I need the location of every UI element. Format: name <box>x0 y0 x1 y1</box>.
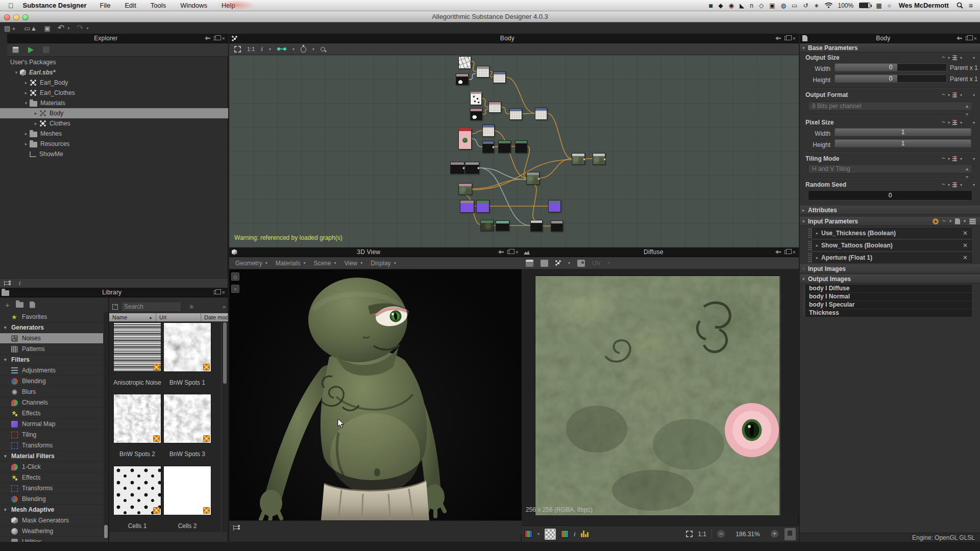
apple-menu-icon[interactable]:  <box>8 2 14 10</box>
time-machine-icon[interactable]: ↺ <box>803 3 808 9</box>
float-panel-icon[interactable] <box>507 250 512 254</box>
graph-node[interactable] <box>456 73 469 85</box>
graph-node[interactable] <box>509 108 522 120</box>
dropdown-caret[interactable]: ▾ <box>568 261 570 265</box>
graph-node[interactable] <box>530 220 543 232</box>
graph-node[interactable] <box>482 124 495 137</box>
table-view-icon[interactable] <box>969 218 976 224</box>
library-item-blurs[interactable]: Blurs <box>0 387 103 397</box>
graph-node[interactable] <box>515 140 527 153</box>
graph-node[interactable] <box>498 140 511 153</box>
graph-node[interactable] <box>460 200 474 213</box>
float-panel-icon[interactable] <box>785 250 789 254</box>
library-item-adjustments[interactable]: Adjustments <box>0 365 103 376</box>
thumbnail-scrollbar[interactable] <box>222 321 227 532</box>
library-item-channels[interactable]: Channels <box>0 397 103 408</box>
library-item-noises[interactable]: Noises <box>0 333 103 344</box>
save-package-icon[interactable] <box>12 46 19 53</box>
tree-view-icon[interactable] <box>4 281 11 286</box>
tree-item-earl-body[interactable]: ▸Earl_Body <box>0 78 228 88</box>
actual-size-button[interactable]: 1:1 <box>698 531 706 538</box>
search-nodes-icon[interactable] <box>321 47 325 52</box>
fit-view-icon[interactable] <box>234 46 241 53</box>
app-menu-title[interactable]: Substance Designer <box>23 2 87 9</box>
3d-menu-view[interactable]: View▾ <box>344 260 362 267</box>
pixel-size-param-icons[interactable]: ~▾▾▾ <box>942 119 975 126</box>
video-camera-icon[interactable]: ◙ <box>709 3 713 9</box>
actual-size-button[interactable]: 1:1 <box>247 46 255 52</box>
add-folder-icon[interactable] <box>16 302 23 308</box>
tree-item-earl-sbs[interactable]: ▾Earl.sbs* <box>0 67 228 78</box>
expander-icon[interactable]: ▸ <box>813 243 821 248</box>
properties-header[interactable]: Body × <box>800 34 980 43</box>
zoom-in-button[interactable]: + <box>771 530 778 538</box>
drag-handle[interactable] <box>808 253 812 263</box>
thumbnail-bnw-spots-3[interactable]: BnW Spots 3 <box>163 394 211 460</box>
column-date-modified[interactable]: Date modified <box>201 313 228 321</box>
3d-menu-scene[interactable]: Scene▾ <box>313 260 336 267</box>
add-parameter-icon[interactable]: + <box>933 218 939 224</box>
graph-node[interactable] <box>526 172 540 185</box>
drag-handle[interactable] <box>808 240 812 251</box>
graph-node[interactable] <box>470 92 482 105</box>
add-library-icon[interactable]: + <box>5 300 10 309</box>
histogram-icon[interactable] <box>581 531 589 537</box>
tree-item-clothes[interactable]: ▸Clothes <box>0 118 228 129</box>
expander-icon[interactable]: ▸ <box>32 111 39 116</box>
library-item-filters[interactable]: ▾Filters <box>0 355 103 365</box>
zoom-percentage[interactable]: 186.31% <box>730 531 766 538</box>
graph-node[interactable] <box>548 200 561 212</box>
zoom-out-button[interactable]: − <box>717 530 725 538</box>
graph-node[interactable] <box>470 108 482 120</box>
compute-timer-icon[interactable] <box>301 46 306 53</box>
library-list-scrollbar[interactable] <box>104 312 108 539</box>
dropbox-icon[interactable]: ◆ <box>718 3 723 9</box>
close-panel-icon[interactable]: × <box>974 36 977 41</box>
graph-node[interactable] <box>450 162 464 174</box>
output-image-body-i-diffuse[interactable]: body I Diffuse <box>805 285 972 292</box>
uv-toggle[interactable]: UV <box>592 260 601 267</box>
column-url[interactable]: Url <box>156 313 201 321</box>
library-item-1-click[interactable]: 1-Click <box>0 462 103 472</box>
random-seed-field[interactable]: 0 <box>808 190 972 201</box>
close-window-button[interactable] <box>4 14 10 20</box>
column-name[interactable]: Name▲ <box>109 313 156 321</box>
graph-canvas[interactable]: Warning: referenced by loaded graph(s) <box>229 55 799 247</box>
open-package-icon[interactable]: ▭▲ <box>24 25 37 32</box>
alpha-checker-button[interactable] <box>545 529 556 540</box>
thumbnail-cells-2[interactable]: Cells 2 <box>163 466 211 532</box>
info-icon[interactable]: i <box>261 45 263 53</box>
expander-icon[interactable]: ▸ <box>32 121 39 126</box>
minimize-window-button[interactable] <box>13 14 19 20</box>
output-image-body-i-specular[interactable]: body I Specular <box>805 301 972 309</box>
fast-user-switching-name[interactable]: Wes McDermott <box>899 2 949 9</box>
delete-parameter-icon[interactable]: ✕ <box>963 242 968 249</box>
pin-panel-icon[interactable] <box>775 36 781 40</box>
fit-view-icon[interactable] <box>686 531 693 537</box>
battery-percentage[interactable]: 100% <box>838 2 854 9</box>
notational-icon[interactable]: n <box>750 3 753 9</box>
section-input-parameters[interactable]: ▾Input Parameters + ~▾ ▾ <box>800 217 980 226</box>
pin-panel-icon[interactable] <box>205 36 210 40</box>
graph-node[interactable] <box>476 200 489 213</box>
float-panel-icon[interactable] <box>214 290 218 294</box>
output-format-param-icons[interactable]: ~▾▾▾ <box>942 91 975 98</box>
pixel-height-slider[interactable]: 1 <box>835 139 971 147</box>
pin-panel-icon[interactable] <box>957 36 962 40</box>
tree-item-showme[interactable]: ShowMe <box>0 149 228 159</box>
library-item-favorites[interactable]: ★Favorites <box>0 312 103 322</box>
tree-item-earl-clothes[interactable]: ▸Earl_Clothes <box>0 88 228 98</box>
dropdown-caret[interactable]: ▾ <box>292 47 295 52</box>
library-item-mesh-adaptive[interactable]: ▾Mesh Adaptive <box>0 505 103 515</box>
3d-viewport[interactable]: ◇ ○ <box>229 269 522 520</box>
library-header[interactable]: Library × <box>0 288 228 297</box>
close-panel-icon[interactable]: × <box>516 249 519 255</box>
pin-panel-icon[interactable] <box>498 250 504 254</box>
output-width-slider[interactable]: 0 <box>835 63 947 71</box>
info-icon[interactable]: i <box>19 280 20 287</box>
thumbnail-bnw-spots-2[interactable]: BnW Spots 2 <box>113 394 161 460</box>
expander-icon[interactable]: ▸ <box>22 141 30 146</box>
output-height-slider[interactable]: 0 <box>835 74 947 83</box>
favorite-star-icon[interactable]: ★ <box>188 303 195 311</box>
explorer-header[interactable]: Explorer × <box>7 34 228 43</box>
